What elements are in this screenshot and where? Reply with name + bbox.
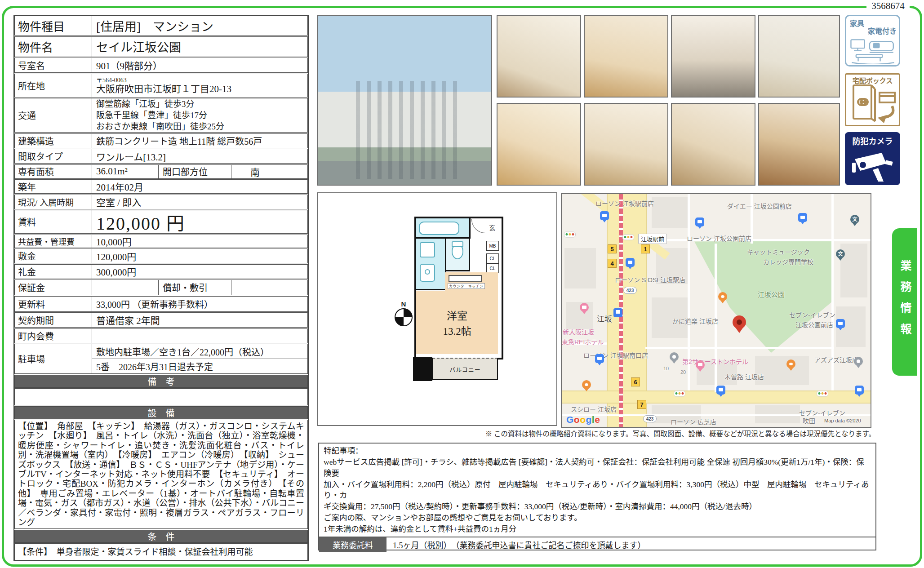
- transport-line: おおさか東線「南吹田」徒歩25分: [96, 121, 303, 132]
- security-camera-icon: [849, 150, 895, 183]
- row-label: 駐車場: [15, 344, 92, 373]
- floorplan-balcony: バルコニー: [432, 358, 498, 380]
- map-pin-lawson: [626, 258, 635, 267]
- photo-laundry: [584, 103, 668, 186]
- row-label: 築年: [15, 180, 92, 193]
- photo-kitchen: [671, 15, 755, 98]
- map-pin-gray: [854, 357, 863, 366]
- row-value: セイル江坂公園: [92, 37, 307, 57]
- map-exit-number: 6: [631, 377, 640, 386]
- compass-dial: [395, 308, 413, 326]
- map-exit-number: 1: [641, 244, 650, 253]
- header-conditions: 条 件: [14, 530, 308, 543]
- map-label: かに道楽 江坂店: [672, 316, 718, 325]
- map-pin-school: 文: [850, 215, 859, 224]
- row-parking: 駐車場 敷地内駐車場／空き1台／22,000円（税込） 5番 2026年3月31…: [14, 344, 308, 374]
- map-label: 吹田: [803, 416, 815, 425]
- floorplan-toilet-room: [446, 239, 470, 271]
- map-label: 江坂公園前店: [795, 320, 833, 329]
- row-value: 御堂筋線「江坂」徒歩3分 阪急千里線「豊津」徒歩17分 おおさか東線「南吹田」徒…: [92, 98, 307, 132]
- row-maintenance-fee: 共益費・管理費 10,000円: [14, 235, 308, 248]
- map-exit-number: 7: [637, 400, 646, 409]
- google-logo-letter: e: [595, 414, 600, 425]
- sofa-tv-icon: [847, 35, 899, 64]
- parking-line: 敷地内駐車場／空き1台／22,000円（税込）: [92, 344, 307, 359]
- map-pin-orange: [582, 380, 591, 389]
- commission-bar: 業務委託料 1.5ヶ月（税別） （業務委託申込書に貴社ご記名ご捺印を頂戴します）: [319, 537, 875, 552]
- row-rent: 賃料 120,000 円: [14, 210, 308, 234]
- photo-bedroom: [758, 103, 840, 186]
- google-logo-letter: o: [580, 414, 586, 425]
- row-value: 空室 / 即入: [92, 195, 307, 209]
- floorplan-panel: 玄 MB CL CL カウンターキッチン 洋室 13.2帖 バルコニー N: [317, 192, 557, 426]
- map-label: 10: [663, 366, 669, 371]
- transport-line: 阪急千里線「豊津」徒歩17分: [96, 110, 303, 121]
- map-exit-number: 4: [608, 259, 617, 268]
- row-label: 建築構造: [15, 134, 92, 148]
- special-notes-title: 特記事項：: [324, 445, 871, 457]
- special-notes-line: 加入・バイク置場利用料：2,200円（税込）原付 屋内駐輪場 セキュリティあり・…: [324, 479, 871, 501]
- row-value: 普通借家 2年間: [92, 313, 307, 327]
- map-pin-hotel: [696, 360, 705, 369]
- row-occupancy: 現況/ 入居時期 空室 / 即入: [14, 195, 308, 209]
- sink-icon: [420, 242, 435, 257]
- conditions-text: 【条件】 単身者限定・家賃スライド相談・保証会社利用可能: [14, 543, 308, 560]
- balcony-label: バルコニー: [449, 365, 481, 373]
- map-label: 20: [680, 369, 686, 375]
- property-flyer-page: 3568674 物件種目 [住居用] マンション 物件名 セイル江坂公園 号室名…: [0, 0, 924, 568]
- header-equipment: 設 備: [14, 406, 308, 419]
- row-value: 2014年02月: [92, 180, 307, 193]
- map-label: 江坂公園: [758, 289, 785, 299]
- postal-code: 〒564-0063: [96, 77, 303, 84]
- row-value: 〒564-0063 大阪府吹田市江坂町１丁目20-13: [92, 74, 307, 97]
- row-value: [92, 329, 307, 343]
- row-value: 33,000円 （更新事務手数料）: [92, 297, 307, 311]
- parking-line: 5番 2026年3月31日退去予定: [92, 359, 307, 373]
- photo-bathroom: [758, 15, 840, 98]
- map-traffic-light-icon: [674, 391, 685, 397]
- map-label: ローソン 広芝店: [671, 417, 716, 426]
- row-value: [住居用] マンション: [92, 16, 307, 35]
- row-neighborhood-fee: 町内会費: [14, 328, 308, 343]
- map-label: スシロー 江坂店: [571, 404, 617, 413]
- map-label: 第2サニーストンホテル: [682, 357, 748, 366]
- amortization-value: [231, 280, 307, 295]
- commission-label: 業務委託料: [319, 537, 386, 552]
- row-value: 300,000円: [92, 265, 307, 279]
- google-logo-letter: o: [574, 414, 580, 425]
- map-panel: Google ローソン 江坂駅前店ダイエー 江坂公園前店江坂駅前ローソン 江坂公…: [561, 193, 871, 428]
- floorplan-bathroom: [416, 218, 471, 239]
- opening-direction-value: 南: [231, 165, 307, 178]
- map-traffic-light-icon: [622, 235, 634, 240]
- google-logo: Google: [566, 414, 600, 425]
- map-pin-gray: [670, 352, 679, 361]
- row-label: 賃料: [15, 210, 92, 233]
- google-logo-letter: g: [586, 414, 592, 425]
- map-label: 東急REIホテル: [562, 337, 604, 346]
- floorplan-main-room: 洋室 13.2帖: [416, 291, 498, 354]
- kitchen-counter-icon: [449, 275, 482, 282]
- header-remarks: 備 考: [14, 375, 308, 388]
- bathtub-icon: [419, 222, 459, 235]
- special-notes-body: 特記事項： webサービス広告掲載 [許可]・チラシ、雑誌等掲載広告 [要確認]…: [319, 444, 875, 537]
- map-exit-number: 5: [608, 244, 617, 253]
- row-value: 901（9階部分）: [92, 58, 307, 72]
- document-number: 3568674: [866, 0, 910, 12]
- floorplan-wall-block: [413, 357, 432, 381]
- photo-living-room: [584, 15, 668, 98]
- security-camera-label: 防犯カメラ: [845, 135, 900, 146]
- row-value: 120,000円: [92, 249, 307, 263]
- map-pin-red: [733, 315, 746, 329]
- map-label: キャットミュージック: [747, 247, 810, 256]
- row-label: 専有面積: [15, 165, 92, 178]
- row-value: 10,000円: [92, 235, 307, 248]
- row-layout-type: 間取タイプ ワンルーム[13.2]: [14, 149, 308, 164]
- map-route-shield: 423: [643, 415, 657, 422]
- map-route-shield: 423: [623, 287, 637, 294]
- row-label: 契約期間: [15, 313, 92, 327]
- kitchen-label: カウンターキッチン: [448, 283, 485, 289]
- closet-label: CL: [486, 253, 499, 263]
- special-notes-line: ギ交換費用：27,500円（税込/契約時）・更新事務手数料：33,000円（税込…: [324, 501, 871, 512]
- property-table: 物件種目 [住居用] マンション 物件名 セイル江坂公園 号室名 901（9階部…: [13, 15, 309, 561]
- entrance-label: 玄: [489, 223, 495, 232]
